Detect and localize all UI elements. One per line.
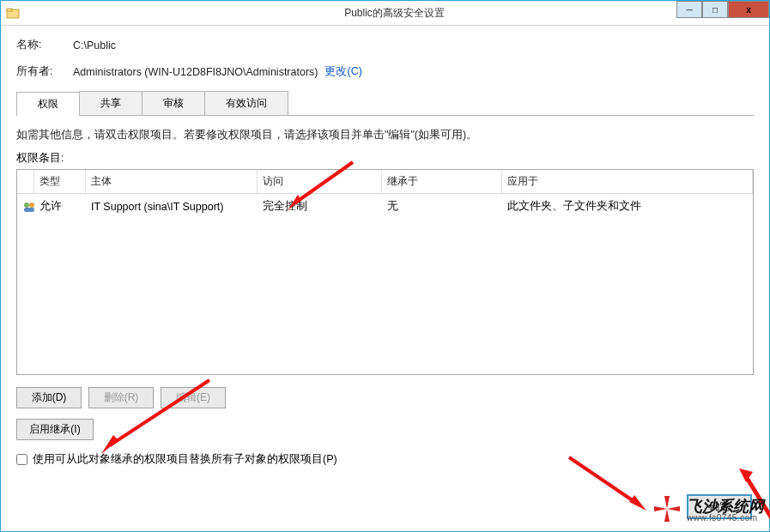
col-blank[interactable]: [17, 170, 34, 193]
replace-child-permissions-label: 使用可从此对象继承的权限项目替换所有子对象的权限项目(P): [33, 452, 337, 467]
name-value: C:\Public: [73, 39, 116, 51]
watermark: 飞沙系统网 www.fs0745.com: [652, 494, 764, 526]
svg-point-2: [24, 203, 29, 208]
svg-marker-10: [629, 495, 646, 511]
tab-permissions[interactable]: 权限: [16, 92, 80, 116]
replace-child-permissions-row: 使用可从此对象继承的权限项目替换所有子对象的权限项目(P): [16, 452, 754, 467]
window-title: Public的高级安全设置: [20, 6, 769, 21]
owner-value: Administrators (WIN-U12D8FI8JNO\Administ…: [73, 66, 318, 78]
group-icon: [22, 200, 34, 214]
advanced-security-window: Public的高级安全设置 ─ □ x 名称: C:\Public 所有者: A…: [0, 0, 770, 532]
col-type[interactable]: 类型: [34, 170, 86, 193]
tab-effective-access[interactable]: 有效访问: [204, 91, 288, 115]
list-header: 类型 主体 访问 继承于 应用于: [17, 170, 753, 194]
window-controls: ─ □ x: [676, 1, 769, 18]
close-button[interactable]: x: [728, 1, 769, 18]
col-principal[interactable]: 主体: [86, 170, 258, 193]
instruction-text: 如需其他信息，请双击权限项目。若要修改权限项目，请选择该项目并单击"编辑"(如果…: [16, 128, 754, 142]
change-owner-link[interactable]: 更改(C): [324, 64, 361, 79]
titlebar: Public的高级安全设置 ─ □ x: [1, 1, 769, 26]
row-applies: 此文件夹、子文件夹和文件: [502, 197, 753, 215]
add-button[interactable]: 添加(D): [16, 387, 82, 408]
replace-child-permissions-checkbox[interactable]: [16, 454, 27, 465]
col-inherited[interactable]: 继承于: [382, 170, 502, 193]
svg-rect-4: [24, 208, 34, 212]
permission-entries-list[interactable]: 类型 主体 访问 继承于 应用于 允许 IT Support (sina\IT …: [16, 169, 754, 375]
row-principal: IT Support (sina\IT Support): [86, 197, 258, 215]
owner-label: 所有者:: [16, 64, 73, 79]
folder-icon: [6, 6, 20, 20]
content-area: 名称: C:\Public 所有者: Administrators (WIN-U…: [1, 26, 769, 479]
owner-row: 所有者: Administrators (WIN-U12D8FI8JNO\Adm…: [16, 64, 754, 79]
watermark-title: 飞沙系统网: [687, 499, 764, 514]
permission-entries-label: 权限条目:: [16, 151, 754, 166]
tab-auditing[interactable]: 审核: [142, 91, 205, 115]
windmill-icon: [652, 494, 682, 526]
col-applies[interactable]: 应用于: [502, 170, 753, 193]
maximize-button[interactable]: □: [702, 1, 728, 18]
row-access: 完全控制: [258, 197, 382, 215]
svg-rect-1: [7, 9, 12, 11]
tab-strip: 权限 共享 审核 有效访问: [16, 91, 754, 116]
entry-buttons: 添加(D) 删除(R) 编辑(E): [16, 387, 754, 408]
remove-button[interactable]: 删除(R): [88, 387, 154, 408]
minimize-button[interactable]: ─: [676, 1, 702, 18]
name-row: 名称: C:\Public: [16, 38, 754, 52]
row-inherited: 无: [382, 197, 502, 215]
edit-button[interactable]: 编辑(E): [161, 387, 226, 408]
watermark-url: www.fs0745.com: [687, 514, 764, 523]
row-type: 允许: [34, 197, 86, 215]
tab-share[interactable]: 共享: [79, 91, 142, 115]
row-icon-cell: [17, 197, 34, 215]
name-label: 名称:: [16, 38, 73, 52]
table-row[interactable]: 允许 IT Support (sina\IT Support) 完全控制 无 此…: [17, 194, 753, 219]
col-access[interactable]: 访问: [258, 170, 382, 193]
enable-inheritance-button[interactable]: 启用继承(I): [16, 419, 94, 440]
